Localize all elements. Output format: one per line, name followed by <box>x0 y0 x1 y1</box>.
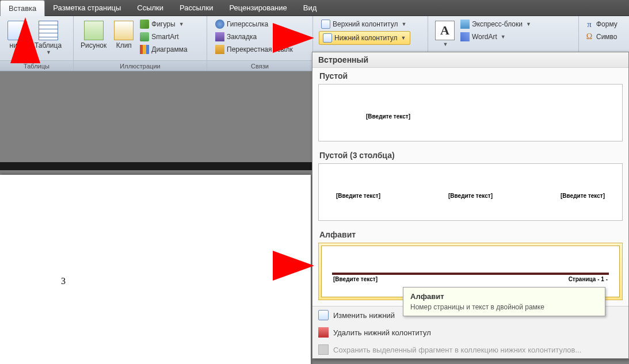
gallery-item-empty-title: Пустой <box>312 68 628 83</box>
remove-footer-menuitem[interactable]: Удалить нижний колонтитул <box>312 324 628 341</box>
bookmark-icon <box>215 32 224 41</box>
chart-label: Диаграмма <box>151 45 187 53</box>
tab-insert[interactable]: Вставка <box>0 0 45 16</box>
crossref-icon <box>215 45 224 54</box>
clipart-icon <box>114 21 134 40</box>
smartart-button[interactable]: SmartArt <box>138 31 189 43</box>
tab-mailings[interactable]: Рассылки <box>171 0 221 16</box>
arrow-annotation <box>273 251 314 281</box>
chevron-down-icon: ▼ <box>443 41 448 47</box>
tooltip-body: Номер страницы и текст в двойной рамке <box>410 303 598 311</box>
chevron-down-icon: ▼ <box>401 21 406 27</box>
clipart-button[interactable]: Клип <box>110 17 138 51</box>
textbox-button[interactable]: A ▼ <box>432 17 458 48</box>
footer-icon <box>323 33 332 43</box>
link-icon <box>215 20 224 29</box>
textbox-icon: A <box>435 21 455 40</box>
delete-icon <box>318 327 329 338</box>
clipart-label: Клип <box>116 41 132 49</box>
chart-icon <box>140 45 149 54</box>
page-label: Страница - 1 - <box>569 276 608 282</box>
omega-icon: Ω <box>585 32 594 41</box>
chevron-down-icon: ▼ <box>501 34 506 40</box>
equation-label: Форму <box>596 20 617 28</box>
quickparts-label: Экспресс-блоки <box>472 20 523 28</box>
picture-icon <box>84 21 104 40</box>
header-label: Верхний колонтитул <box>333 20 398 28</box>
save-icon <box>318 344 329 355</box>
picture-label: Рисунок <box>81 41 106 49</box>
gallery-item-alphabet-title: Алфавит <box>312 227 628 242</box>
tab-page-layout[interactable]: Разметка страницы <box>45 0 129 16</box>
chevron-down-icon: ▼ <box>526 21 531 27</box>
picture-button[interactable]: Рисунок <box>77 17 110 51</box>
tab-strip: Вставка Разметка страницы Ссылки Рассылк… <box>0 0 629 16</box>
header-icon <box>321 20 330 29</box>
symbol-label: Симво <box>596 33 617 41</box>
symbol-button[interactable]: Ω Симво <box>582 31 620 43</box>
alphabet-rule <box>332 273 609 275</box>
tab-view[interactable]: Вид <box>295 0 325 16</box>
arrow-annotation <box>10 17 40 63</box>
quickparts-button[interactable]: Экспресс-блоки▼ <box>458 18 533 30</box>
wordart-button[interactable]: WordArt▼ <box>458 31 533 43</box>
edit-icon <box>318 310 329 320</box>
header-button[interactable]: Верхний колонтитул▼ <box>319 18 410 30</box>
placeholder-text: [Введите текст] <box>561 193 605 199</box>
placeholder-text: [Введите текст] <box>336 193 380 199</box>
bookmark-label: Закладка <box>227 33 257 41</box>
page[interactable]: 3 <box>0 175 311 364</box>
equation-button[interactable]: π Форму <box>582 18 620 30</box>
placeholder-text: [Введите текст] <box>333 276 378 282</box>
quickparts-icon <box>460 20 470 29</box>
footer-button[interactable]: Нижний колонтитул▼ <box>319 31 410 45</box>
smartart-label: SmartArt <box>151 33 178 41</box>
group-links: Связи <box>207 60 312 71</box>
save-selection-menuitem: Сохранить выделенный фрагмент в коллекци… <box>312 341 628 358</box>
remove-footer-label: Удалить нижний колонтитул <box>333 328 431 337</box>
gallery-item-empty[interactable]: [Введите текст] <box>318 84 623 141</box>
smartart-icon <box>140 32 149 41</box>
hyperlink-label: Гиперссылка <box>227 20 268 28</box>
edit-footer-label: Изменить нижний <box>333 311 395 320</box>
placeholder-text: [Введите текст] <box>366 113 410 120</box>
arrow-annotation <box>273 23 314 53</box>
gallery-item-empty3-title: Пустой (3 столбца) <box>312 147 628 162</box>
gallery-item-empty3[interactable]: [Введите текст] [Введите текст] [Введите… <box>318 163 623 221</box>
tooltip-title: Алфавит <box>410 292 598 301</box>
shapes-button[interactable]: Фигуры▼ <box>138 18 189 30</box>
footer-label: Нижний колонтитул <box>334 34 398 42</box>
shapes-icon <box>140 20 149 29</box>
chevron-down-icon: ▼ <box>179 21 184 27</box>
shapes-label: Фигуры <box>151 20 175 28</box>
gallery-section-builtin: Встроенный <box>312 52 628 68</box>
chart-button[interactable]: Диаграмма <box>138 44 189 55</box>
group-illustrations: Иллюстрации <box>74 60 207 71</box>
tab-references[interactable]: Ссылки <box>129 0 171 16</box>
page-number: 3 <box>61 276 66 286</box>
pi-icon: π <box>585 20 594 29</box>
tab-review[interactable]: Рецензирование <box>221 0 295 16</box>
wordart-label: WordArt <box>472 33 497 41</box>
tooltip: Алфавит Номер страницы и текст в двойной… <box>403 287 605 316</box>
placeholder-text: [Введите текст] <box>448 193 493 199</box>
table-icon <box>39 21 58 40</box>
chevron-down-icon: ▼ <box>401 35 406 41</box>
wordart-icon <box>460 32 470 41</box>
chevron-down-icon: ▼ <box>46 49 51 55</box>
save-selection-label: Сохранить выделенный фрагмент в коллекци… <box>333 346 581 354</box>
